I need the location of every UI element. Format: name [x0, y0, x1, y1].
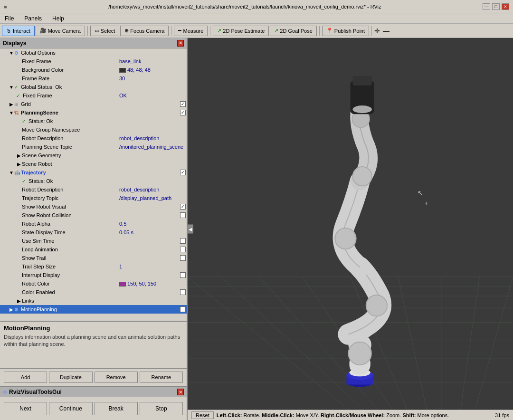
desc-title: MotionPlanning	[4, 325, 183, 332]
tree-row-global-status[interactable]: ▼ ✓ Global Status: Ok	[0, 83, 187, 91]
grid-checkbox[interactable]: ✓	[180, 101, 186, 107]
tree-row-planning-scene-topic[interactable]: Planning Scene Topic /monitored_planning…	[0, 143, 187, 151]
close-button[interactable]: ✕	[502, 3, 509, 10]
collapse-icon[interactable]: —	[383, 27, 390, 35]
tree-row-trail-step-size[interactable]: Trail Step Size 1	[0, 262, 187, 271]
tree-row-planning-scene[interactable]: ▼ 🏗 PlanningScene ✓	[0, 108, 187, 117]
color-enabled-checkbox[interactable]	[180, 289, 186, 295]
expander-trajectory[interactable]: ▼	[9, 170, 14, 175]
tree-row-state-display-time[interactable]: State Display Time 0.05 s	[0, 228, 187, 237]
trajectory-checkbox[interactable]: ✓	[180, 170, 186, 175]
measure-button[interactable]: ━ Measure	[174, 26, 208, 36]
expander-motion-planning[interactable]: ▶	[9, 307, 14, 312]
trajectory-icon: 🤖	[14, 170, 21, 175]
select-icon: ▭	[95, 28, 99, 34]
motion-planning-checkbox[interactable]	[180, 306, 186, 312]
show-trail-checkbox[interactable]	[180, 255, 186, 261]
minimize-button[interactable]: —	[483, 3, 490, 10]
tree-row-scene-geometry[interactable]: ▶ Scene Geometry	[0, 151, 187, 160]
tree-row-traj-status[interactable]: ✓ Status: Ok	[0, 177, 187, 185]
menu-help[interactable]: Help	[49, 14, 67, 23]
expander-planning-scene[interactable]: ▼	[9, 110, 14, 115]
tree-row-robot-desc[interactable]: Robot Description robot_description	[0, 134, 187, 143]
remove-button[interactable]: Remove	[95, 372, 138, 383]
expander-scene-geometry[interactable]: ▶	[16, 153, 22, 158]
tree-row-traj-robot-desc[interactable]: Robot Description robot_description	[0, 185, 187, 194]
tree-row-loop-animation[interactable]: Loop Animation	[0, 245, 187, 254]
interrupt-display-checkbox[interactable]	[180, 272, 186, 278]
tree-row-use-sim-time[interactable]: Use Sim Time	[0, 237, 187, 245]
collapse-panel-button[interactable]: ◀	[188, 225, 193, 234]
tree-row-background-color[interactable]: Background Color 48; 48; 48	[0, 66, 187, 74]
expander-scene-robot[interactable]: ▶	[16, 162, 22, 167]
stop-button[interactable]: Stop	[140, 402, 183, 415]
global-options-label: Global Options	[21, 50, 186, 56]
planning-scene-checkbox[interactable]: ✓	[180, 110, 186, 115]
frame-rate-label: Frame Rate	[22, 76, 117, 81]
tree-row-traj-topic[interactable]: Trajectory Topic /display_planned_path	[0, 194, 187, 202]
displays-close-button[interactable]: ✕	[177, 40, 184, 47]
tree-row-grid[interactable]: ▶ ⊞ Grid ✓	[0, 100, 187, 108]
2d-goal-button[interactable]: ↗ 2D Goal Pose	[270, 26, 316, 36]
expander-global-options[interactable]: ▼	[9, 50, 14, 56]
tree-row-frame-rate[interactable]: Frame Rate 30	[0, 74, 187, 83]
tree-row-trajectory[interactable]: ▼ 🤖 Trajectory ✓	[0, 168, 187, 177]
tree-row-move-group-ns[interactable]: Move Group Namespace	[0, 125, 187, 134]
focus-camera-button[interactable]: ⊕ Focus Camera	[120, 26, 169, 36]
break-button[interactable]: Break	[95, 402, 138, 415]
next-button[interactable]: Next	[4, 402, 47, 415]
ff-status-value: OK	[119, 93, 186, 98]
menu-file[interactable]: File	[2, 14, 17, 23]
tree-row-interrupt-display[interactable]: Interrupt Display	[0, 271, 187, 279]
show-robot-collision-checkbox[interactable]	[180, 212, 186, 218]
tree-row-links[interactable]: ▶ Links	[0, 296, 187, 305]
tree-row-color-enabled[interactable]: Color Enabled	[0, 288, 187, 296]
move-group-ns-label: Move Group Namespace	[22, 127, 117, 133]
select-button[interactable]: ▭ Select	[90, 26, 120, 36]
bottom-buttons-row: Next Continue Break Stop	[0, 397, 187, 420]
expander-grid[interactable]: ▶	[9, 102, 14, 107]
ps-status-icon: ✓	[22, 119, 28, 124]
ps-status-label: Status: Ok	[28, 118, 186, 124]
tree-row-show-trail[interactable]: Show Trail	[0, 254, 187, 262]
use-sim-time-checkbox[interactable]	[180, 238, 186, 244]
tree-row-robot-color[interactable]: Robot Color 150; 50; 150	[0, 279, 187, 288]
move-camera-button[interactable]: 🎥 Move Camera	[36, 26, 85, 36]
svg-rect-34	[353, 76, 372, 86]
displays-panel: Displays ✕ ▼ ⚙ Global Options Fixed Fram…	[0, 38, 187, 321]
continue-button[interactable]: Continue	[49, 402, 92, 415]
tree-row-scene-robot[interactable]: ▶ Scene Robot	[0, 160, 187, 168]
tree-row-fixed-frame-status[interactable]: ✓ Fixed Frame OK	[0, 91, 187, 100]
window-icon: ■	[4, 4, 7, 10]
expander-global-status[interactable]: ▼	[9, 85, 14, 90]
expander-links[interactable]: ▶	[16, 298, 22, 304]
duplicate-button[interactable]: Duplicate	[49, 372, 92, 383]
tree-row-robot-alpha[interactable]: Robot Alpha 0.5	[0, 220, 187, 228]
measure-icon: ━	[178, 28, 181, 34]
menu-panels[interactable]: Panels	[21, 14, 45, 23]
loop-animation-checkbox[interactable]	[180, 247, 186, 252]
publish-point-button[interactable]: 📍 Publish Point	[322, 26, 369, 36]
show-robot-visual-checkbox[interactable]: ✓	[180, 204, 186, 210]
maximize-button[interactable]: □	[492, 3, 500, 10]
rviz-tools-close-button[interactable]: ✕	[177, 389, 184, 395]
tree-row-motion-planning[interactable]: ▶ ⚙ MotionPlanning	[0, 305, 187, 314]
svg-point-28	[348, 342, 371, 365]
tree-row-ps-status[interactable]: ✓ Status: Ok	[0, 117, 187, 125]
description-box: MotionPlanning Displays information abou…	[0, 321, 187, 368]
add-button[interactable]: Add	[4, 372, 47, 383]
window-title: /home/cxy/ws_moveit/install/moveit2_tuto…	[7, 4, 483, 10]
reset-button[interactable]: Reset	[191, 411, 214, 419]
traj-robot-desc-label: Robot Description	[22, 187, 117, 192]
traj-robot-desc-value: robot_description	[119, 187, 186, 192]
tree-row-show-robot-visual[interactable]: Show Robot Visual ✓	[0, 202, 187, 211]
tree-row-fixed-frame[interactable]: Fixed Frame base_link	[0, 57, 187, 66]
tree-row-global-options[interactable]: ▼ ⚙ Global Options	[0, 48, 187, 57]
traj-status-label: Status: Ok	[28, 178, 186, 184]
interact-button[interactable]: 🖱 Interact	[2, 26, 35, 36]
3d-viewport[interactable]: ↖ + ◀ Reset Left-Click: Rotate. Middle-C…	[188, 38, 513, 420]
2d-pose-button[interactable]: ↗ 2D Pose Estimate	[213, 26, 269, 36]
global-options-icon: ⚙	[14, 50, 21, 56]
tree-row-show-robot-collision[interactable]: Show Robot Collision	[0, 211, 187, 220]
rename-button[interactable]: Rename	[140, 372, 183, 383]
